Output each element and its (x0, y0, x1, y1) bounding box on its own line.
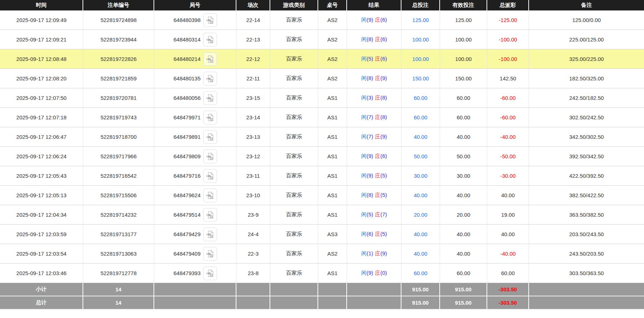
cell-game-type: 百家乐 (270, 30, 318, 49)
cell-round-id: 648479409 (154, 244, 236, 264)
result-banker-points: (5) (381, 172, 387, 178)
result-banker-label: 庄 (375, 36, 381, 42)
cell-table-no: AS2 (318, 10, 347, 30)
cell-round-id: 648479716 (154, 166, 236, 186)
cell-bet-id: 522819720781 (83, 88, 154, 108)
cell-time: 2025-09-17 12:03:54 (0, 244, 83, 264)
video-button[interactable] (203, 111, 217, 124)
cell-time: 2025-09-17 12:08:48 (0, 49, 83, 69)
cell-bet-id: 522819723944 (83, 30, 154, 49)
video-button[interactable] (203, 247, 217, 261)
table-row[interactable]: 2025-09-17 12:07:18522819719743648479971… (0, 108, 644, 127)
video-button[interactable] (203, 72, 217, 85)
table-row[interactable]: 2025-09-17 12:06:24522819717966648479809… (0, 147, 644, 166)
video-record-icon (206, 16, 214, 25)
cell-time: 2025-09-17 12:03:59 (0, 225, 83, 244)
video-button[interactable] (203, 228, 217, 241)
video-button[interactable] (203, 150, 217, 163)
round-id-text: 648479514 (173, 212, 200, 218)
table-row[interactable]: 2025-09-17 12:04:34522819714232648479514… (0, 205, 644, 225)
cell-table-no: AS2 (318, 244, 347, 264)
table-row[interactable]: 2025-09-17 12:03:54522819713063648479409… (0, 244, 644, 264)
round-id-group: 648479429 (154, 228, 236, 241)
table-row[interactable]: 2025-09-17 12:09:21522819723944648480314… (0, 30, 644, 49)
cell-remark: 342.50/302.50 (529, 127, 644, 147)
cell-payout: -60.00 (487, 108, 529, 127)
cell-round-id: 648479624 (154, 186, 236, 205)
table-row[interactable]: 2025-09-17 12:03:46522819712778648479393… (0, 264, 644, 283)
cell-game-type: 百家乐 (270, 88, 318, 108)
cell-session: 23-9 (236, 205, 270, 225)
round-id-group: 648479891 (154, 130, 236, 144)
cell-time: 2025-09-17 12:07:50 (0, 88, 83, 108)
table-row[interactable]: 2025-09-17 12:03:59522819713177648479429… (0, 225, 644, 244)
cell-time: 2025-09-17 12:05:13 (0, 186, 83, 205)
result-player-points: (5) (367, 211, 373, 217)
cell-round-id: 648479971 (154, 108, 236, 127)
result-player-points: (8) (367, 192, 373, 198)
table-row[interactable]: 2025-09-17 12:08:20522819721859648480135… (0, 69, 644, 88)
result-banker-label: 庄 (375, 192, 381, 198)
cell-remark: 303.50/363.50 (529, 264, 644, 283)
cell-table-no: AS2 (318, 49, 347, 69)
result-banker-label: 庄 (375, 94, 381, 101)
cell-bet-id: 522819714232 (83, 205, 154, 225)
result-player-points: (5) (367, 56, 373, 62)
table-row[interactable]: 2025-09-17 12:07:50522819720781648480056… (0, 88, 644, 108)
video-button[interactable] (203, 91, 217, 105)
footer-payout: -303.50 (487, 296, 529, 310)
video-record-icon (206, 230, 214, 239)
footer-count: 14 (83, 283, 154, 296)
round-id-group: 648480214 (154, 52, 236, 66)
round-id-text: 648480398 (173, 17, 200, 23)
cell-table-no: AS1 (318, 88, 347, 108)
header-cell-session: 场次 (236, 0, 270, 10)
video-button[interactable] (203, 33, 217, 47)
cell-game-type: 百家乐 (270, 49, 318, 69)
video-button[interactable] (203, 52, 217, 66)
cell-total-bet: 30.00 (401, 166, 440, 186)
video-button[interactable] (203, 208, 217, 222)
result-player-points: (9) (367, 172, 373, 178)
video-record-icon (206, 211, 214, 219)
video-record-icon (206, 94, 214, 102)
table-row[interactable]: 2025-09-17 12:09:49522819724898648480398… (0, 10, 644, 30)
result-banker-points: (6) (381, 153, 387, 159)
cell-total-bet: 20.00 (401, 205, 440, 225)
cell-bet-id: 522819712778 (83, 264, 154, 283)
cell-valid-bet: 40.00 (440, 244, 487, 264)
video-button[interactable] (203, 169, 217, 183)
cell-result: 闲(9)庄(6) (347, 147, 401, 166)
cell-round-id: 648479429 (154, 225, 236, 244)
cell-session: 22-12 (236, 49, 270, 69)
cell-total-bet: 40.00 (401, 244, 440, 264)
table-row[interactable]: 2025-09-17 12:06:47522819718700648479891… (0, 127, 644, 147)
cell-game-type: 百家乐 (270, 205, 318, 225)
table-row-selected[interactable]: 2025-09-17 12:08:48522819722826648480214… (0, 49, 644, 69)
result-player-points: (6) (367, 231, 373, 237)
cell-total-bet: 60.00 (401, 88, 440, 108)
result-banker-points: (9) (381, 75, 387, 81)
round-id-text: 648479624 (173, 192, 200, 198)
result-banker-points: (0) (381, 270, 387, 276)
bet-records-table: 时间注单编号局号场次游戏类别桌号结果总投注有效投注总派彩备注 2025-09-1… (0, 0, 644, 310)
footer-empty-cell (270, 296, 318, 310)
video-record-icon (206, 191, 214, 200)
round-id-text: 648479809 (173, 153, 200, 159)
video-button[interactable] (203, 189, 217, 202)
header-cell-time: 时间 (0, 0, 83, 10)
video-button[interactable] (203, 13, 217, 27)
cell-result: 闲(9)庄(5) (347, 166, 401, 186)
video-button[interactable] (203, 266, 217, 280)
video-record-icon (206, 55, 214, 63)
cell-payout: 142.50 (487, 69, 529, 88)
video-button[interactable] (203, 130, 217, 144)
result-player-label: 闲 (361, 17, 367, 23)
table-row[interactable]: 2025-09-17 12:05:43522819716542648479716… (0, 166, 644, 186)
result-player-label: 闲 (361, 270, 367, 276)
cell-remark: 125.00/0.00 (529, 10, 644, 30)
cell-game-type: 百家乐 (270, 10, 318, 30)
table-row[interactable]: 2025-09-17 12:05:13522819715506648479624… (0, 186, 644, 205)
round-id-text: 648480214 (173, 56, 200, 62)
cell-payout: -125.00 (487, 10, 529, 30)
